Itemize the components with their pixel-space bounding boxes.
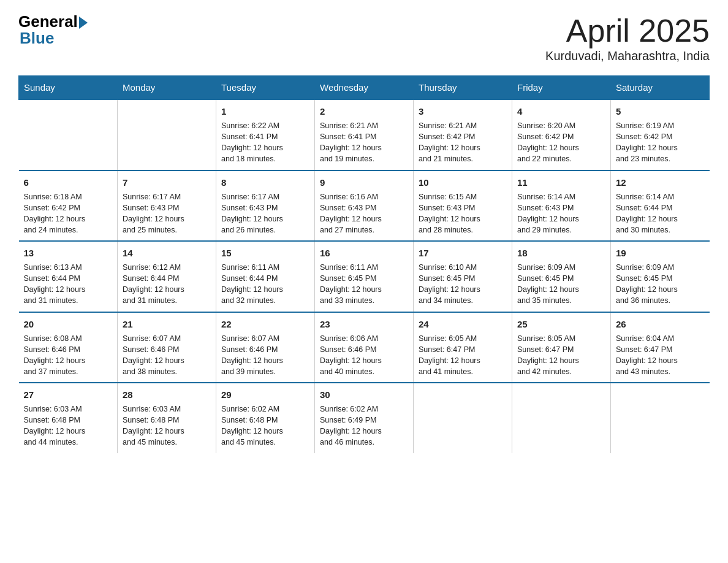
calendar-cell (118, 99, 216, 170)
calendar-cell: 9Sunrise: 6:16 AMSunset: 6:43 PMDaylight… (315, 170, 414, 242)
day-number: 27 (24, 388, 113, 401)
day-number: 15 (221, 247, 309, 259)
calendar-cell: 6Sunrise: 6:18 AMSunset: 6:42 PMDaylight… (19, 170, 118, 242)
weekday-header-friday: Friday (512, 76, 611, 100)
day-info: Sunrise: 6:12 AMSunset: 6:44 PMDaylight:… (123, 262, 211, 307)
calendar-cell: 15Sunrise: 6:11 AMSunset: 6:44 PMDayligh… (216, 241, 315, 312)
day-number: 25 (517, 318, 605, 331)
weekday-header-sunday: Sunday (19, 76, 118, 100)
day-number: 18 (517, 247, 605, 259)
logo: General Blue (18, 12, 88, 48)
week-row-1: 1Sunrise: 6:22 AMSunset: 6:41 PMDaylight… (19, 99, 710, 170)
calendar-cell: 20Sunrise: 6:08 AMSunset: 6:46 PMDayligh… (19, 312, 118, 383)
calendar-cell: 17Sunrise: 6:10 AMSunset: 6:45 PMDayligh… (414, 241, 512, 312)
title-section: April 2025 Kurduvadi, Maharashtra, India (545, 12, 710, 63)
day-number: 9 (320, 176, 408, 189)
calendar-table: SundayMondayTuesdayWednesdayThursdayFrid… (18, 75, 710, 453)
page-header: General Blue April 2025 Kurduvadi, Mahar… (18, 12, 710, 63)
calendar-cell: 23Sunrise: 6:06 AMSunset: 6:46 PMDayligh… (315, 312, 414, 383)
weekday-header-monday: Monday (118, 76, 216, 100)
day-info: Sunrise: 6:11 AMSunset: 6:45 PMDaylight:… (320, 262, 408, 307)
day-number: 3 (419, 105, 507, 118)
day-number: 4 (517, 105, 605, 118)
calendar-cell: 2Sunrise: 6:21 AMSunset: 6:41 PMDaylight… (315, 99, 414, 170)
day-number: 30 (320, 388, 408, 401)
day-number: 8 (221, 176, 309, 189)
day-info: Sunrise: 6:21 AMSunset: 6:42 PMDaylight:… (419, 120, 507, 165)
day-info: Sunrise: 6:05 AMSunset: 6:47 PMDaylight:… (419, 333, 507, 378)
day-info: Sunrise: 6:19 AMSunset: 6:42 PMDaylight:… (616, 120, 705, 165)
day-number: 2 (320, 105, 408, 118)
calendar-cell: 21Sunrise: 6:07 AMSunset: 6:46 PMDayligh… (118, 312, 216, 383)
calendar-cell: 18Sunrise: 6:09 AMSunset: 6:45 PMDayligh… (512, 241, 611, 312)
day-info: Sunrise: 6:02 AMSunset: 6:49 PMDaylight:… (320, 404, 408, 448)
day-number: 24 (419, 318, 507, 331)
day-info: Sunrise: 6:09 AMSunset: 6:45 PMDaylight:… (517, 262, 605, 307)
calendar-cell (611, 383, 710, 453)
day-info: Sunrise: 6:13 AMSunset: 6:44 PMDaylight:… (24, 262, 113, 307)
calendar-cell: 8Sunrise: 6:17 AMSunset: 6:43 PMDaylight… (216, 170, 315, 242)
calendar-cell: 10Sunrise: 6:15 AMSunset: 6:43 PMDayligh… (414, 170, 512, 242)
day-info: Sunrise: 6:20 AMSunset: 6:42 PMDaylight:… (517, 120, 605, 165)
calendar-cell (19, 99, 118, 170)
day-info: Sunrise: 6:22 AMSunset: 6:41 PMDaylight:… (221, 120, 309, 165)
day-info: Sunrise: 6:05 AMSunset: 6:47 PMDaylight:… (517, 333, 605, 378)
calendar-cell: 25Sunrise: 6:05 AMSunset: 6:47 PMDayligh… (512, 312, 611, 383)
day-number: 19 (616, 247, 705, 259)
calendar-cell: 29Sunrise: 6:02 AMSunset: 6:48 PMDayligh… (216, 383, 315, 453)
logo-arrow-icon (79, 17, 88, 29)
weekday-header-thursday: Thursday (414, 76, 512, 100)
calendar-cell: 27Sunrise: 6:03 AMSunset: 6:48 PMDayligh… (19, 383, 118, 453)
calendar-cell (414, 383, 512, 453)
day-info: Sunrise: 6:09 AMSunset: 6:45 PMDaylight:… (616, 262, 705, 307)
weekday-header-wednesday: Wednesday (315, 76, 414, 100)
calendar-cell: 30Sunrise: 6:02 AMSunset: 6:49 PMDayligh… (315, 383, 414, 453)
calendar-cell: 7Sunrise: 6:17 AMSunset: 6:43 PMDaylight… (118, 170, 216, 242)
day-info: Sunrise: 6:02 AMSunset: 6:48 PMDaylight:… (221, 404, 309, 448)
week-row-4: 20Sunrise: 6:08 AMSunset: 6:46 PMDayligh… (19, 312, 710, 383)
day-info: Sunrise: 6:17 AMSunset: 6:43 PMDaylight:… (123, 191, 211, 236)
week-row-5: 27Sunrise: 6:03 AMSunset: 6:48 PMDayligh… (19, 383, 710, 453)
day-number: 20 (24, 318, 113, 331)
weekday-header-saturday: Saturday (611, 76, 710, 100)
calendar-cell: 5Sunrise: 6:19 AMSunset: 6:42 PMDaylight… (611, 99, 710, 170)
weekday-header-row: SundayMondayTuesdayWednesdayThursdayFrid… (19, 76, 710, 100)
day-number: 1 (221, 105, 309, 118)
day-number: 21 (123, 318, 211, 331)
day-number: 5 (616, 105, 705, 118)
calendar-cell: 13Sunrise: 6:13 AMSunset: 6:44 PMDayligh… (19, 241, 118, 312)
day-info: Sunrise: 6:15 AMSunset: 6:43 PMDaylight:… (419, 191, 507, 236)
week-row-2: 6Sunrise: 6:18 AMSunset: 6:42 PMDaylight… (19, 170, 710, 242)
day-number: 11 (517, 176, 605, 189)
day-info: Sunrise: 6:06 AMSunset: 6:46 PMDaylight:… (320, 333, 408, 378)
day-info: Sunrise: 6:17 AMSunset: 6:43 PMDaylight:… (221, 191, 309, 236)
day-info: Sunrise: 6:10 AMSunset: 6:45 PMDaylight:… (419, 262, 507, 307)
day-number: 13 (24, 247, 113, 259)
calendar-cell: 24Sunrise: 6:05 AMSunset: 6:47 PMDayligh… (414, 312, 512, 383)
day-number: 7 (123, 176, 211, 189)
day-info: Sunrise: 6:07 AMSunset: 6:46 PMDaylight:… (221, 333, 309, 378)
calendar-cell: 26Sunrise: 6:04 AMSunset: 6:47 PMDayligh… (611, 312, 710, 383)
day-number: 28 (123, 388, 211, 401)
calendar-cell: 19Sunrise: 6:09 AMSunset: 6:45 PMDayligh… (611, 241, 710, 312)
day-number: 22 (221, 318, 309, 331)
day-number: 6 (24, 176, 113, 189)
day-number: 29 (221, 388, 309, 401)
day-number: 14 (123, 247, 211, 259)
day-info: Sunrise: 6:18 AMSunset: 6:42 PMDaylight:… (24, 191, 113, 236)
day-info: Sunrise: 6:14 AMSunset: 6:44 PMDaylight:… (616, 191, 705, 236)
calendar-title: April 2025 (545, 12, 710, 49)
day-info: Sunrise: 6:07 AMSunset: 6:46 PMDaylight:… (123, 333, 211, 378)
calendar-cell: 28Sunrise: 6:03 AMSunset: 6:48 PMDayligh… (118, 383, 216, 453)
calendar-cell (512, 383, 611, 453)
calendar-cell: 12Sunrise: 6:14 AMSunset: 6:44 PMDayligh… (611, 170, 710, 242)
calendar-cell: 3Sunrise: 6:21 AMSunset: 6:42 PMDaylight… (414, 99, 512, 170)
day-number: 12 (616, 176, 705, 189)
day-info: Sunrise: 6:03 AMSunset: 6:48 PMDaylight:… (123, 404, 211, 448)
calendar-cell: 11Sunrise: 6:14 AMSunset: 6:43 PMDayligh… (512, 170, 611, 242)
day-number: 23 (320, 318, 408, 331)
day-info: Sunrise: 6:03 AMSunset: 6:48 PMDaylight:… (24, 404, 113, 448)
weekday-header-tuesday: Tuesday (216, 76, 315, 100)
week-row-3: 13Sunrise: 6:13 AMSunset: 6:44 PMDayligh… (19, 241, 710, 312)
calendar-cell: 4Sunrise: 6:20 AMSunset: 6:42 PMDaylight… (512, 99, 611, 170)
